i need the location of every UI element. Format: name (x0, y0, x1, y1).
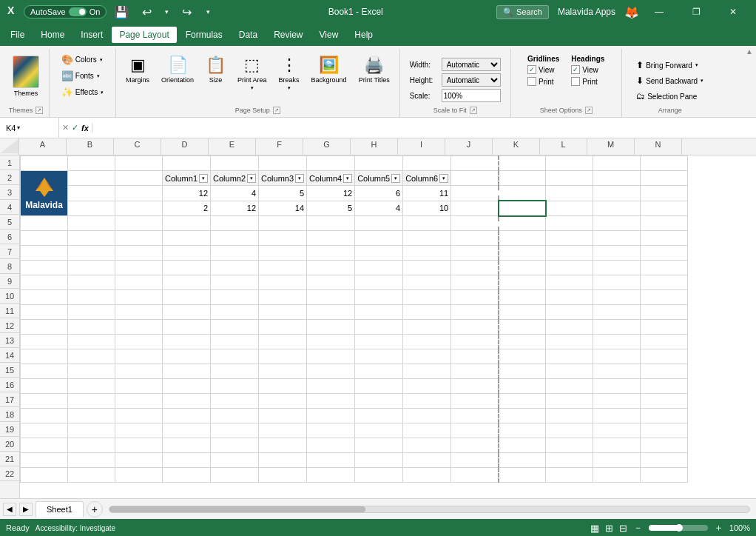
cell-G5[interactable] (307, 216, 355, 231)
cell-B7[interactable] (68, 246, 115, 261)
cell-A5[interactable] (21, 216, 68, 231)
margins-button[interactable]: ▣ Margins (121, 52, 155, 87)
cell-H21[interactable] (355, 453, 403, 468)
cell-C9[interactable] (115, 275, 163, 290)
cell-E6[interactable] (211, 231, 259, 246)
cell-H17[interactable] (355, 394, 403, 409)
cell-B2[interactable] (68, 171, 115, 186)
cell-L1[interactable] (546, 156, 593, 171)
cell-M9[interactable] (593, 275, 641, 290)
cell-N3[interactable] (641, 186, 688, 201)
cell-B13[interactable] (68, 335, 115, 349)
ribbon-collapse[interactable]: ▲ (746, 47, 753, 56)
cell-G22[interactable] (307, 468, 355, 483)
cell-N14[interactable] (641, 349, 688, 364)
cell-H5[interactable] (355, 216, 403, 231)
cell-J8[interactable] (451, 261, 499, 275)
cell-E15[interactable] (211, 364, 259, 379)
close-button[interactable]: ✕ (716, 0, 750, 24)
headings-view-checkbox[interactable] (571, 65, 580, 74)
cell-B1[interactable] (68, 156, 115, 171)
cell-L19[interactable] (546, 423, 593, 438)
cell-B5[interactable] (68, 216, 115, 231)
cell-C10[interactable] (115, 290, 163, 305)
row-header-19[interactable]: 19 (0, 422, 19, 437)
row-header-18[interactable]: 18 (0, 407, 19, 422)
cell-C6[interactable] (115, 231, 163, 246)
cell-E18[interactable] (211, 409, 259, 423)
cell-I22[interactable] (403, 468, 451, 483)
cell-J5[interactable] (451, 216, 499, 231)
cell-C18[interactable] (115, 409, 163, 423)
row-header-10[interactable]: 10 (0, 289, 19, 304)
cell-K4[interactable] (499, 201, 546, 215)
row-header-12[interactable]: 12 (0, 318, 19, 333)
cell-E12[interactable] (211, 320, 259, 335)
cell-A10[interactable] (21, 290, 68, 305)
cell-N1[interactable] (641, 156, 688, 171)
cell-D15[interactable] (163, 364, 211, 379)
cell-J16[interactable] (451, 379, 499, 394)
cell-K2[interactable] (499, 171, 546, 186)
cell-D6[interactable] (163, 231, 211, 246)
send-backward-button[interactable]: ⬇ Send Backward ▾ (632, 73, 707, 88)
cell-I10[interactable] (403, 290, 451, 305)
cell-K6[interactable] (499, 231, 546, 246)
cell-N10[interactable] (641, 290, 688, 305)
headings-print-checkbox[interactable] (571, 77, 580, 86)
col-header-B[interactable]: B (67, 138, 114, 155)
cell-G19[interactable] (307, 423, 355, 438)
cell-G15[interactable] (307, 364, 355, 379)
cell-I14[interactable] (403, 349, 451, 364)
zoom-slider[interactable] (649, 525, 708, 531)
print-area-button[interactable]: ⬚ Print Area ▾ (232, 52, 272, 95)
cell-K5[interactable] (499, 216, 546, 231)
cell-B12[interactable] (68, 320, 115, 335)
cell-L5[interactable] (546, 216, 593, 231)
cell-D3[interactable]: 12 (163, 186, 211, 201)
cell-M2[interactable] (593, 171, 641, 186)
cell-M20[interactable] (593, 438, 641, 453)
gridlines-view-checkbox[interactable] (527, 65, 536, 74)
scale-expand[interactable]: ↗ (470, 107, 477, 114)
cell-A21[interactable] (21, 453, 68, 468)
cell-N11[interactable] (641, 305, 688, 320)
filter-btn[interactable]: ▾ (343, 174, 352, 183)
cell-L8[interactable] (546, 261, 593, 275)
scale-input[interactable] (442, 89, 501, 102)
cell-L7[interactable] (546, 246, 593, 261)
cell-A17[interactable] (21, 394, 68, 409)
zoom-out-icon[interactable]: － (633, 521, 643, 535)
cell-K19[interactable] (499, 423, 546, 438)
cell-L9[interactable] (546, 275, 593, 290)
width-select[interactable]: Automatic (442, 58, 501, 71)
cell-E16[interactable] (211, 379, 259, 394)
cell-B14[interactable] (68, 349, 115, 364)
cell-B10[interactable] (68, 290, 115, 305)
cell-L13[interactable] (546, 335, 593, 349)
cell-N5[interactable] (641, 216, 688, 231)
cell-D22[interactable] (163, 468, 211, 483)
cell-H19[interactable] (355, 423, 403, 438)
cell-J18[interactable] (451, 409, 499, 423)
col-header-M[interactable]: M (587, 138, 635, 155)
row-header-6[interactable]: 6 (0, 230, 19, 244)
cell-E8[interactable] (211, 261, 259, 275)
cell-J17[interactable] (451, 394, 499, 409)
customize-qat[interactable]: ▾ (201, 0, 215, 24)
cell-H7[interactable] (355, 246, 403, 261)
cell-N12[interactable] (641, 320, 688, 335)
cell-D10[interactable] (163, 290, 211, 305)
cell-G3[interactable]: 12 (307, 186, 355, 201)
cell-C20[interactable] (115, 438, 163, 453)
cell-C21[interactable] (115, 453, 163, 468)
cell-I11[interactable] (403, 305, 451, 320)
cell-F6[interactable] (259, 231, 307, 246)
cell-K17[interactable] (499, 394, 546, 409)
themes-button[interactable]: Themes (7, 52, 44, 101)
row-header-7[interactable]: 7 (0, 244, 19, 259)
cell-J22[interactable] (451, 468, 499, 483)
save-button[interactable]: 💾 (111, 0, 132, 24)
cell-C16[interactable] (115, 379, 163, 394)
cell-K1[interactable] (499, 156, 546, 171)
